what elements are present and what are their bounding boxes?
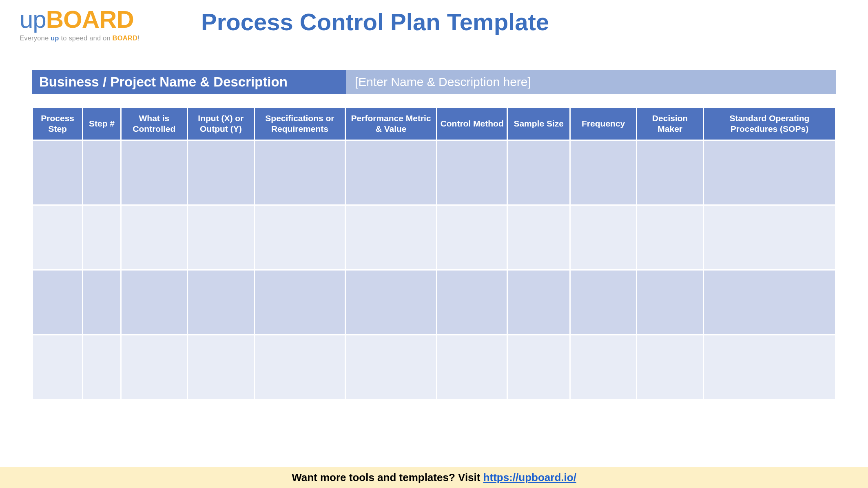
footer-link[interactable]: https://upboard.io/ bbox=[483, 471, 576, 484]
cell[interactable] bbox=[83, 271, 120, 334]
cell[interactable] bbox=[255, 335, 345, 399]
cell[interactable] bbox=[188, 141, 253, 204]
logo-tagline: Everyone up to speed and on BOARD! bbox=[20, 34, 154, 42]
th-performance: Performance Metric & Value bbox=[346, 108, 436, 140]
cell[interactable] bbox=[122, 206, 187, 269]
logo: upBOARD Everyone up to speed and on BOAR… bbox=[20, 7, 154, 42]
cell[interactable] bbox=[33, 271, 82, 334]
logo-up-text: up bbox=[20, 6, 46, 33]
cell[interactable] bbox=[122, 141, 187, 204]
logo-main: upBOARD bbox=[20, 7, 154, 32]
cell[interactable] bbox=[83, 141, 120, 204]
tagline-pre: Everyone bbox=[20, 34, 51, 42]
cell[interactable] bbox=[346, 206, 436, 269]
cell[interactable] bbox=[33, 141, 82, 204]
th-decision-maker: Decision Maker bbox=[637, 108, 702, 140]
th-specifications: Specifications or Requirements bbox=[255, 108, 345, 140]
cell[interactable] bbox=[83, 206, 120, 269]
th-process-step: Process Step bbox=[33, 108, 82, 140]
cell[interactable] bbox=[188, 271, 253, 334]
table-wrap: Process Step Step # What is Controlled I… bbox=[32, 106, 836, 400]
th-what-controlled: What is Controlled bbox=[122, 108, 187, 140]
th-step-num: Step # bbox=[83, 108, 120, 140]
cell[interactable] bbox=[122, 335, 187, 399]
cell[interactable] bbox=[571, 206, 636, 269]
cell[interactable] bbox=[508, 206, 569, 269]
cell[interactable] bbox=[346, 141, 436, 204]
th-control-method: Control Method bbox=[437, 108, 507, 140]
footer: Want more tools and templates? Visit htt… bbox=[0, 467, 868, 488]
cell[interactable] bbox=[437, 141, 507, 204]
logo-board-text: BOARD bbox=[46, 6, 134, 33]
cell[interactable] bbox=[346, 271, 436, 334]
cell[interactable] bbox=[83, 335, 120, 399]
cell[interactable] bbox=[704, 141, 835, 204]
cell[interactable] bbox=[33, 335, 82, 399]
cell[interactable] bbox=[571, 335, 636, 399]
cell[interactable] bbox=[571, 271, 636, 334]
table-header-row: Process Step Step # What is Controlled I… bbox=[33, 108, 835, 140]
table-row bbox=[33, 141, 835, 204]
cell[interactable] bbox=[704, 206, 835, 269]
cell[interactable] bbox=[255, 271, 345, 334]
cell[interactable] bbox=[704, 271, 835, 334]
th-sop: Standard Operating Procedures (SOPs) bbox=[704, 108, 835, 140]
cell[interactable] bbox=[346, 335, 436, 399]
cell[interactable] bbox=[188, 335, 253, 399]
cell[interactable] bbox=[255, 141, 345, 204]
cell[interactable] bbox=[33, 206, 82, 269]
tagline-up: up bbox=[51, 34, 59, 42]
cell[interactable] bbox=[437, 206, 507, 269]
cell[interactable] bbox=[508, 141, 569, 204]
th-input-output: Input (X) or Output (Y) bbox=[188, 108, 253, 140]
cell[interactable] bbox=[637, 271, 702, 334]
cell[interactable] bbox=[437, 271, 507, 334]
cell[interactable] bbox=[637, 141, 702, 204]
cell[interactable] bbox=[437, 335, 507, 399]
cell[interactable] bbox=[637, 335, 702, 399]
tagline-board: BOARD bbox=[113, 34, 138, 42]
banner-label: Business / Project Name & Description bbox=[32, 70, 346, 94]
header: upBOARD Everyone up to speed and on BOAR… bbox=[0, 0, 868, 42]
content: Business / Project Name & Description [E… bbox=[0, 70, 868, 400]
banner-input[interactable]: [Enter Name & Description here] bbox=[346, 70, 836, 94]
th-frequency: Frequency bbox=[571, 108, 636, 140]
tagline-post: ! bbox=[137, 34, 140, 42]
control-plan-table: Process Step Step # What is Controlled I… bbox=[32, 106, 836, 400]
cell[interactable] bbox=[255, 206, 345, 269]
cell[interactable] bbox=[637, 206, 702, 269]
table-row bbox=[33, 206, 835, 269]
cell[interactable] bbox=[704, 335, 835, 399]
cell[interactable] bbox=[508, 271, 569, 334]
th-sample-size: Sample Size bbox=[508, 108, 569, 140]
footer-text: Want more tools and templates? Visit bbox=[292, 471, 483, 484]
table-row bbox=[33, 335, 835, 399]
cell[interactable] bbox=[508, 335, 569, 399]
tagline-mid: to speed and on bbox=[59, 34, 113, 42]
table-row bbox=[33, 271, 835, 334]
cell[interactable] bbox=[122, 271, 187, 334]
page-title: Process Control Plan Template bbox=[201, 8, 549, 35]
cell[interactable] bbox=[571, 141, 636, 204]
project-banner: Business / Project Name & Description [E… bbox=[32, 70, 836, 94]
table-body bbox=[33, 141, 835, 399]
cell[interactable] bbox=[188, 206, 253, 269]
